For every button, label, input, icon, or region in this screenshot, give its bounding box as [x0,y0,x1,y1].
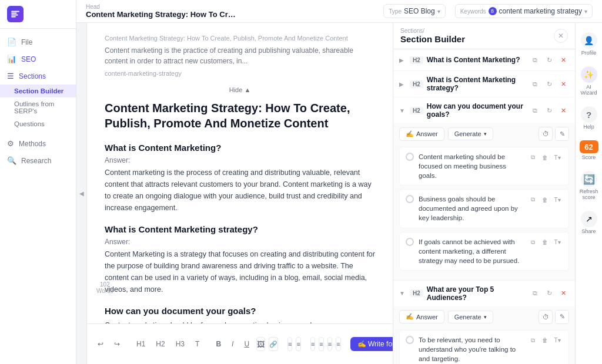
sidebar-item-seo[interactable]: 📊 SEO [0,50,76,68]
hide-button[interactable]: Hide ▲ [105,86,375,93]
bullet-1-copy-icon[interactable]: ⧉ [527,152,538,163]
align-left-btn[interactable]: ≡ [310,337,315,351]
h1-button[interactable]: H1 [133,338,149,350]
bullet-1-delete-icon[interactable]: 🗑 [540,152,550,163]
type-chevron: ▾ [437,8,440,15]
section-4-copy-icon[interactable]: ⧉ [529,288,541,299]
h3-button[interactable]: H3 [172,338,188,350]
list-ordered-btn[interactable]: ≡ [296,337,300,351]
section-2-copy-icon[interactable]: ⧉ [529,78,541,90]
section-4-delete-icon[interactable]: ✕ [557,288,569,299]
section-4-answer-button[interactable]: ✍ Answer [399,310,444,323]
collapse-toggle[interactable]: ◀ [76,23,87,364]
section-2-refresh-icon[interactable]: ↻ [543,78,555,90]
section-4-refresh-icon[interactable]: ↻ [543,288,555,299]
section-3-answer-button[interactable]: ✍ Answer [399,127,444,141]
bullet-2-radio[interactable] [406,195,414,203]
profile-icon-item[interactable]: 👤 Profile [577,29,601,59]
bullet-3-copy-icon[interactable]: ⧉ [527,237,538,248]
bullet-2-copy-icon[interactable]: ⧉ [527,194,538,205]
bullet-2-delete-icon[interactable]: 🗑 [540,194,550,205]
word-count-area: 102 Words [96,281,113,294]
section-4-mini-clock-icon[interactable]: ⏱ [539,310,553,324]
sidebar-subitem-outlines[interactable]: Outlines from SERP's [0,97,76,117]
section-4-mini-edit-icon[interactable]: ✎ [555,310,569,324]
undo-button[interactable]: ↩ [94,338,107,350]
type-pill[interactable]: Type SEO Blog ▾ [383,4,445,18]
link-icon-btn[interactable]: 🔗 [269,337,278,351]
help-icon: ? [581,106,597,123]
help-icon-item[interactable]: ? Help [577,103,601,133]
editor-main[interactable]: Content Marketing Strategy: How To Creat… [87,23,393,323]
answer-label-1: Answer: [105,156,375,164]
section-1-copy-icon[interactable]: ⧉ [529,54,541,66]
sidebar-item-sections[interactable]: ☰ Sections [0,68,76,85]
t-button[interactable]: T [192,338,203,350]
ai-wizard-icon-item[interactable]: ✨ AI Wizard [577,63,601,99]
section-1-refresh-icon[interactable]: ↻ [543,54,555,66]
section-3-chevron[interactable]: ▼ [399,107,406,114]
image-icon-btn[interactable]: 🖼 [256,337,265,351]
section-3-mini-edit-icon[interactable]: ✎ [555,127,569,141]
bullet-1-radio[interactable] [406,153,414,161]
section-1-delete-icon[interactable]: ✕ [557,54,569,66]
section-4-chevron[interactable]: ▼ [399,290,406,296]
section-2-chevron[interactable]: ▶ [399,81,406,87]
section-3-para-0[interactable]: Content marketing should be focused on m… [105,319,375,323]
section-3-delete-icon[interactable]: ✕ [557,105,569,116]
h2-button[interactable]: H2 [152,338,168,350]
write-for-me-button[interactable]: ✍ Write for me [350,337,393,351]
bullet-3-delete-icon[interactable]: 🗑 [540,237,550,248]
sidebar-subitem-section-builder[interactable]: Section Builder [0,85,76,97]
underline-button[interactable]: U [240,338,253,350]
section-1-para[interactable]: Content marketing is the process of crea… [105,167,375,214]
redo-button[interactable]: ↪ [111,338,123,350]
bold-button[interactable]: B [212,338,225,350]
section-4-mini-actions: ⏱ ✎ [539,310,569,324]
refresh-score-icon-item[interactable]: 🔄 Refresh score [577,167,601,204]
section-h2-1[interactable]: What is Content Marketing? [105,143,375,153]
bullet-2-actions: ⧉ 🗑 T▾ [527,194,563,205]
help-label: Help [583,124,594,130]
section-h2-2[interactable]: What is Content Marketing strategy? [105,224,375,234]
share-icon-item[interactable]: ↗ Share [577,207,601,238]
sidebar-item-research[interactable]: 🔍 Research [0,152,76,169]
bullet-4-1-radio[interactable] [406,336,414,344]
document-h1[interactable]: Content Marketing Strategy: How To Creat… [105,100,375,131]
section-h2-3[interactable]: How can you document your goals? [105,306,375,316]
bullet-3-expand-icon[interactable]: T▾ [552,237,563,248]
section-2-delete-icon[interactable]: ✕ [557,78,569,90]
section-3-refresh-icon[interactable]: ↻ [543,105,555,116]
bullet-1-text: Content marketing should be focused on m… [419,152,523,180]
bullet-2-expand-icon[interactable]: T▾ [552,194,563,205]
sidebar-item-file[interactable]: 📄 File [0,33,76,50]
section-3-generate-button[interactable]: Generate ▾ [448,127,493,140]
align-right-btn[interactable]: ≡ [327,337,332,351]
keywords-pill[interactable]: Keywords 8 content marketing strategy ▾ [455,4,593,18]
bullet-4-1-expand-icon[interactable]: T▾ [552,335,563,346]
section-2-para[interactable]: Content Marketing is a strategy that foc… [105,248,375,295]
document-title: Content Marketing Strategy: How To Creat… [86,10,239,19]
sidebar-item-methods[interactable]: ⚙ Methods [0,135,76,152]
list-bullet-btn[interactable]: ≡ [287,337,292,351]
sidebar-subitem-questions[interactable]: Questions [0,117,76,130]
section-panel-close-button[interactable]: ✕ [554,29,568,43]
answer-4-btn-label: Answer [416,314,438,321]
answer-icon: ✍ [406,130,414,138]
head-label: Head [86,4,374,10]
section-4-generate-button[interactable]: Generate ▾ [448,311,493,323]
collapse-icon: ◀ [79,190,84,197]
sidebar-header [0,0,76,29]
section-1-chevron[interactable]: ▶ [399,57,406,63]
align-center-btn[interactable]: ≡ [319,337,323,351]
align-justify-btn[interactable]: ≡ [336,337,340,351]
section-3-mini-clock-icon[interactable]: ⏱ [539,127,553,141]
italic-button[interactable]: I [228,338,237,350]
score-icon-item[interactable]: 62 Score [577,137,601,164]
bullet-1-expand-icon[interactable]: T▾ [552,152,563,163]
section-3-copy-icon[interactable]: ⧉ [529,105,541,116]
bullet-4-1-copy-icon[interactable]: ⧉ [527,335,538,346]
bullet-4-1-delete-icon[interactable]: 🗑 [540,335,550,346]
section-1-actions: ⧉ ↻ ✕ [529,54,569,66]
bullet-3-radio[interactable] [406,238,414,246]
